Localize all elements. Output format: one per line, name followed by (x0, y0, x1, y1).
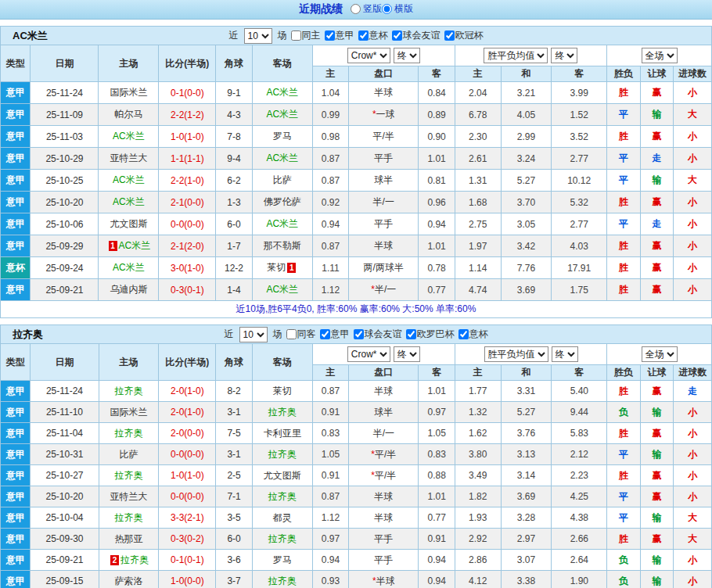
match-date: 25-09-15 (31, 571, 99, 588)
match-count-select[interactable]: 10 (239, 327, 268, 342)
filter-checkbox-label[interactable]: 意甲 (325, 29, 354, 42)
sub-column-header: 主 (455, 365, 501, 381)
near-label: 近 (225, 328, 234, 341)
league-type: 意甲 (1, 170, 31, 192)
asia-away-odds: 0.88 (419, 465, 455, 486)
europe-away-odds: 1.75 (552, 279, 607, 301)
asia-home-odds: 0.83 (312, 423, 349, 444)
radio-icon[interactable] (351, 4, 361, 14)
checkbox-icon[interactable] (354, 329, 364, 339)
scope-select[interactable]: 全场 (642, 48, 678, 63)
table-row: 意甲25-10-27拉齐奥1-0(1-0)2-5尤文图斯0.91*平/半0.88… (1, 465, 712, 486)
top-bar: 近期战绩 竖版横版 (0, 0, 712, 20)
team-label: AC米兰 (266, 152, 298, 163)
goals-result: 小 (674, 82, 712, 104)
handicap-result: 赢 (640, 235, 674, 257)
team-label: 拉齐奥 (114, 512, 142, 523)
filter-checkbox-label[interactable]: 同主 (291, 29, 321, 42)
corners: 1-4 (216, 279, 253, 301)
home-team: 国际米兰 (99, 402, 159, 423)
handicap: 平手 (349, 213, 419, 235)
match-date: 25-10-31 (31, 444, 99, 465)
away-team: 都灵 (252, 507, 312, 529)
odds-stage-select[interactable]: 终 (394, 48, 420, 63)
filter-checkbox-label[interactable]: 同客 (286, 328, 316, 341)
layout-radio-vertical[interactable]: 竖版 (351, 2, 382, 16)
home-team: 尤文图斯 (99, 213, 159, 235)
odds-company-select[interactable]: Crow* (347, 48, 390, 63)
filter-checkbox-label[interactable]: 球会友谊 (354, 328, 402, 341)
handicap: 球半 (349, 170, 419, 192)
goals-result: 走 (674, 381, 712, 402)
checkbox-icon[interactable] (325, 30, 335, 41)
scope-select[interactable]: 全场 (642, 346, 678, 362)
corners: 2-5 (216, 465, 253, 486)
filter-checkbox-label[interactable]: 欧冠杯 (444, 29, 484, 42)
match-result: 胜 (607, 279, 641, 301)
team-label: 萨索洛 (114, 575, 142, 586)
team-label: 拉齐奥 (268, 575, 297, 586)
europe-stage-select[interactable]: 终 (551, 48, 577, 63)
europe-mode-select[interactable]: 胜平负均值 (484, 48, 548, 63)
handicap: *一球 (349, 104, 419, 126)
match-date: 25-11-24 (31, 82, 99, 104)
europe-draw-odds: 2.99 (501, 126, 552, 148)
league-type: 意甲 (1, 192, 31, 213)
league-type: 意甲 (1, 82, 31, 104)
score: 2-0(1-0) (159, 402, 216, 423)
score: 3-3(2-1) (159, 507, 216, 529)
filter-checkbox-label[interactable]: 欧罗巴杯 (406, 328, 455, 341)
score: 1-1(1-1) (159, 148, 216, 170)
checkbox-icon[interactable] (291, 30, 301, 41)
europe-mode-select[interactable]: 胜平负均值 (484, 346, 548, 362)
checkbox-icon[interactable] (458, 329, 469, 339)
table-row: 意甲25-11-09帕尔马2-2(1-2)4-3AC米兰0.99*一球0.896… (1, 104, 712, 126)
sub-column-header: 进球数 (674, 66, 712, 82)
filter-checkbox-label[interactable]: 意杯 (358, 29, 388, 42)
odds-company-select[interactable]: Crow* (347, 346, 390, 362)
team-results-sections: AC米兰近10场同主意甲意杯球会友谊欧冠杯类型日期主场比分(半场)角球客场Cro… (0, 26, 712, 588)
checkbox-icon[interactable] (392, 30, 402, 41)
checkbox-icon[interactable] (406, 329, 416, 339)
checkbox-icon[interactable] (320, 329, 330, 339)
table-row: 意甲25-11-03AC米兰1-0(1-0)7-8罗马0.98平/半0.902.… (1, 126, 712, 148)
asia-away-odds: 1.01 (419, 381, 455, 402)
league-type: 意甲 (1, 486, 31, 507)
filter-checkbox-label[interactable]: 意杯 (458, 328, 488, 341)
filter-checkbox-label[interactable]: 意甲 (320, 328, 350, 341)
score: 2-0(0-0) (159, 423, 216, 444)
goals-result: 小 (674, 444, 712, 465)
handicap-result: 输 (640, 550, 674, 571)
handicap: 平手 (349, 550, 419, 571)
handicap: 半球 (349, 381, 419, 402)
layout-radio-horizontal[interactable]: 横版 (382, 2, 413, 16)
team-name: 拉齐奥 (13, 328, 43, 342)
europe-away-odds: 2.23 (552, 465, 607, 486)
match-date: 25-11-03 (31, 126, 99, 148)
radio-icon[interactable] (382, 4, 392, 14)
match-count-select[interactable]: 10 (244, 28, 272, 44)
home-team: 帕尔马 (99, 104, 159, 126)
red-card-badge: 1 (109, 241, 117, 251)
europe-away-odds: 2.66 (552, 529, 607, 550)
match-date: 25-11-10 (31, 402, 99, 423)
handicap: *平/半 (349, 465, 419, 486)
odds-stage-select[interactable]: 终 (394, 346, 420, 362)
team-label: 尤文图斯 (264, 470, 301, 481)
checkbox-icon[interactable] (444, 30, 455, 41)
checkbox-icon[interactable] (286, 329, 297, 339)
europe-home-odds: 1.97 (455, 235, 501, 257)
scope-group: 全场 (607, 344, 712, 365)
europe-draw-odds: 3.05 (501, 213, 552, 235)
team-label: 拉齐奥 (114, 385, 142, 396)
europe-home-odds: 1.32 (455, 402, 501, 423)
europe-draw-odds: 5.27 (501, 170, 552, 192)
filter-checkbox-label[interactable]: 球会友谊 (392, 29, 441, 42)
europe-stage-select[interactable]: 终 (552, 346, 578, 362)
match-result: 平 (607, 148, 641, 170)
handicap-text: 平/半 (375, 470, 396, 481)
asia-away-odds: 0.77 (419, 279, 455, 301)
match-date: 25-11-24 (31, 381, 99, 402)
checkbox-icon[interactable] (358, 30, 369, 41)
team-label: 莱切 (273, 385, 292, 396)
